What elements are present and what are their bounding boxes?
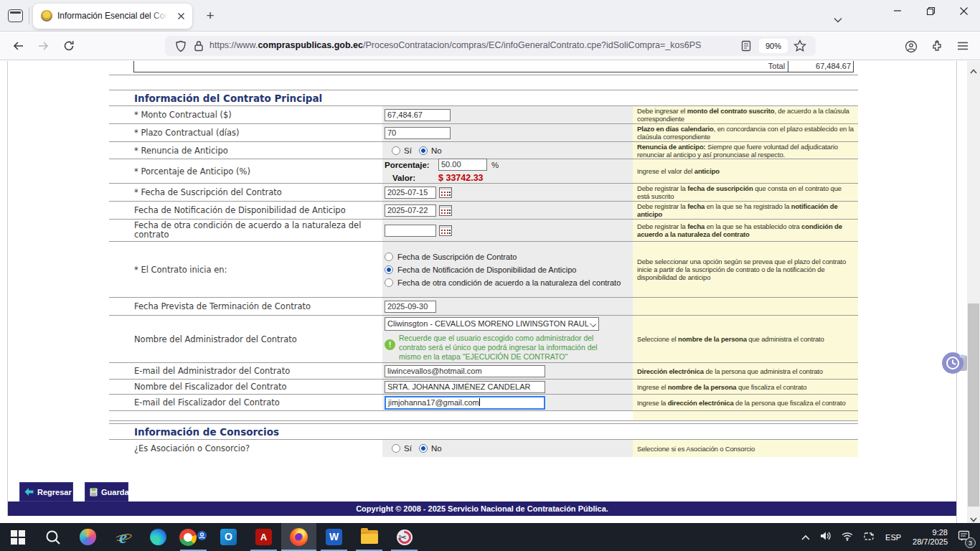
administrador-select[interactable]: Cliwinsgton - CEVALLOS MORENO LIWINSGTON… xyxy=(385,317,599,331)
select-chevron-icon xyxy=(590,321,596,327)
scrollbar[interactable] xyxy=(967,61,980,523)
notification-center-icon[interactable]: 3 xyxy=(958,530,970,545)
calendar-icon[interactable] xyxy=(439,225,452,236)
fiscalizador-input[interactable]: SRTA. JOHANNA JIMÉNEZ CANDELAR xyxy=(385,381,545,393)
valor-anticipo: $ 33742.33 xyxy=(438,173,484,183)
tab-close-icon[interactable] xyxy=(176,11,187,22)
porcentaje-input[interactable]: 50.00 xyxy=(438,159,487,171)
scrollbar-thumb[interactable] xyxy=(968,303,979,507)
url-text: https://www.compraspublicas.gob.ec/Proce… xyxy=(209,40,892,50)
copilot-icon[interactable] xyxy=(70,523,105,551)
url-bar[interactable]: https://www.compraspublicas.gob.ec/Proce… xyxy=(165,36,816,56)
fecha-notificacion-input[interactable]: 2025-07-22 xyxy=(385,204,436,217)
new-tab-button[interactable]: + xyxy=(202,8,218,24)
consorcios-table: Información de Consorcios ¿Es Asociación… xyxy=(109,423,858,457)
hamburger-menu-icon[interactable] xyxy=(957,40,969,54)
bookmark-star-icon[interactable] xyxy=(793,39,806,55)
total-value: 67,484.67 xyxy=(788,61,853,72)
outlook-icon[interactable]: O xyxy=(211,523,246,551)
tab-separator xyxy=(29,7,29,24)
row-fecha-prevista: Fecha Prevista de Terminación de Contrat… xyxy=(109,298,858,316)
row-fecha-notificacion: Fecha de Notificación de Disponibilidad … xyxy=(109,202,858,220)
notification-badge: 3 xyxy=(965,537,976,548)
fecha-otra-input[interactable] xyxy=(385,225,436,237)
row-fiscalizador: Nombre del Fiscalizador del Contrato SRT… xyxy=(109,380,858,395)
acrobat-icon[interactable]: A xyxy=(246,523,281,551)
language-indicator[interactable]: ESP xyxy=(885,533,901,542)
info-icon: ! xyxy=(385,339,395,350)
back-button[interactable] xyxy=(12,40,24,55)
wifi-icon[interactable] xyxy=(842,530,853,544)
scroll-up-icon xyxy=(970,65,977,72)
chrome-icon[interactable] xyxy=(176,523,211,551)
firefox-view-icon[interactable] xyxy=(8,9,23,22)
row-renuncia: * Renuncia de Anticipo Sí No Renuncia de… xyxy=(109,142,858,159)
calendar-icon[interactable] xyxy=(439,187,452,198)
window-minimize-button[interactable] xyxy=(881,0,914,22)
row-fecha-suscripcion: * Fecha de Suscripción del Contrato 2025… xyxy=(109,184,858,202)
file-explorer-icon[interactable] xyxy=(352,523,387,551)
row-fecha-otra: Fecha de otra condición de acuerdo a la … xyxy=(109,220,858,242)
page-viewport: Total 67,484.67 Información del Contrato… xyxy=(0,61,967,523)
word-icon[interactable]: W xyxy=(316,523,352,551)
snipping-tool-icon[interactable]: ✂ xyxy=(387,523,422,551)
floating-clock-widget-icon[interactable] xyxy=(941,351,967,375)
window-restore-button[interactable] xyxy=(914,0,947,22)
admin-note: Recuerde que el usuario escogido como ad… xyxy=(399,334,621,362)
inicia-opcion2-radio[interactable] xyxy=(385,265,393,274)
row-spacer xyxy=(109,411,858,421)
tracking-shield-icon[interactable] xyxy=(175,40,187,55)
row-contrato-inicia: * El Contrato inicia en: Fecha de Suscri… xyxy=(109,242,858,298)
fecha-prevista-input[interactable]: 2025-09-30 xyxy=(385,301,436,313)
start-button[interactable] xyxy=(0,523,35,551)
guardar-button[interactable]: Guardar xyxy=(85,482,128,501)
calendar-icon[interactable] xyxy=(439,205,452,216)
reader-mode-icon[interactable] xyxy=(740,40,752,55)
consorcio-no-radio[interactable] xyxy=(419,444,428,453)
internet-explorer-icon[interactable]: e xyxy=(105,523,141,551)
site-favicon-icon xyxy=(41,10,52,22)
consorcio-si-radio[interactable] xyxy=(392,444,400,453)
plazo-input[interactable]: 70 xyxy=(385,127,451,139)
windows-taskbar: e O A W ✂ ESP 9:2828/7/2025 3 xyxy=(0,523,980,551)
extensions-puzzle-icon[interactable] xyxy=(930,40,943,56)
total-label: Total xyxy=(134,61,788,72)
volume-icon[interactable] xyxy=(820,530,831,544)
tray-expand-chevron-icon[interactable] xyxy=(801,530,810,544)
renuncia-si-radio[interactable] xyxy=(392,146,400,155)
inicia-opcion1-radio[interactable] xyxy=(385,253,393,261)
browser-tab[interactable]: Información Esencial del Contra xyxy=(33,4,192,29)
save-disk-icon xyxy=(90,488,98,496)
firefox-icon[interactable] xyxy=(281,523,316,551)
clock[interactable]: 9:2828/7/2025 xyxy=(913,528,948,547)
window-close-button[interactable] xyxy=(947,0,980,22)
email-administrador-input[interactable]: liwincevallos@hotmail.com xyxy=(385,365,545,377)
system-tray: ESP 9:2828/7/2025 3 xyxy=(796,523,980,551)
row-plazo: * Plazo Contractual (días) 70 Plazo en d… xyxy=(109,124,858,142)
row-porcentaje: * Porcentaje de Anticipo (%) Porcentaje:… xyxy=(109,159,858,184)
row-monto: * Monto Contractual ($) 67,484.67 Debe i… xyxy=(109,106,858,124)
monto-input[interactable]: 67,484.67 xyxy=(385,109,451,121)
list-tabs-chevron-icon[interactable] xyxy=(834,12,842,18)
account-profile-icon[interactable] xyxy=(905,40,918,56)
edge-icon[interactable] xyxy=(141,523,176,551)
inicia-opcion3-radio[interactable] xyxy=(385,278,393,287)
forward-button[interactable] xyxy=(37,40,50,55)
browser-tab-bar: Información Esencial del Contra + xyxy=(0,0,980,32)
scroll-down-icon xyxy=(970,512,977,519)
zoom-level-indicator[interactable]: 90% xyxy=(759,39,788,53)
lock-icon[interactable] xyxy=(194,40,204,55)
regresar-button[interactable]: Regresar xyxy=(19,482,73,501)
email-fiscalizador-input[interactable]: jimjohanna17@gmail.com xyxy=(385,396,545,410)
fecha-suscripcion-input[interactable]: 2025-07-15 xyxy=(385,187,436,199)
footer-copyright: Copyright © 2008 - 2025 Servicio Naciona… xyxy=(8,501,956,516)
row-email-administrador: E-mail del Administrador del Contrato li… xyxy=(109,363,858,380)
total-row: Total 67,484.67 xyxy=(133,61,854,72)
section-title-consorcios: Información de Consorcios xyxy=(109,426,279,438)
search-icon[interactable] xyxy=(35,523,70,551)
browser-toolbar: https://www.compraspublicas.gob.ec/Proce… xyxy=(0,32,980,60)
renuncia-no-radio[interactable] xyxy=(419,146,428,155)
reload-button[interactable] xyxy=(63,40,75,55)
chrome-profile-badge xyxy=(197,530,207,544)
cast-connect-icon[interactable] xyxy=(863,530,875,544)
